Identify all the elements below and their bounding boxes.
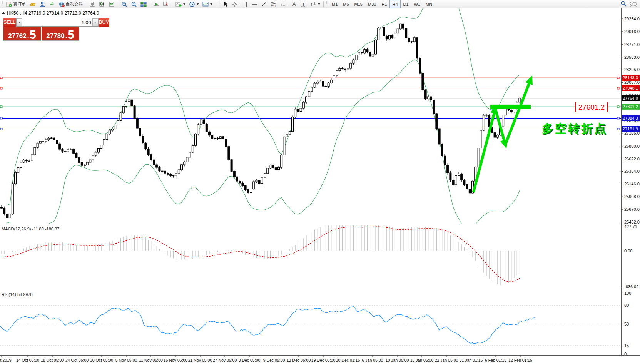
timeframe-H4[interactable]: H4 xyxy=(389,0,400,8)
template-button[interactable] xyxy=(201,0,214,8)
toolbar-separator xyxy=(172,1,172,7)
rsi-indicator-label: RSI(14) 58.9978 xyxy=(2,292,33,297)
volume-increase-button[interactable]: ▲ xyxy=(92,18,98,26)
dropdown-caret xyxy=(318,3,320,5)
svg-text:27948.1: 27948.1 xyxy=(623,86,638,90)
volume-decrease-button[interactable]: ▼ xyxy=(17,18,22,26)
trendline-tool-button[interactable] xyxy=(260,0,269,8)
search-icon[interactable] xyxy=(620,0,627,8)
svg-text:26622.0: 26622.0 xyxy=(624,157,640,161)
svg-text:26384.0: 26384.0 xyxy=(624,169,640,174)
horizontal-line-tool-button[interactable] xyxy=(250,0,259,8)
price-callout-label[interactable]: 27601.2 xyxy=(575,102,608,112)
sell-button[interactable]: SELL xyxy=(3,18,16,27)
chat-icon[interactable] xyxy=(629,1,637,8)
tile-windows-icon xyxy=(140,1,147,7)
timeframe-M15[interactable]: M15 xyxy=(352,0,365,8)
chart-canvas[interactable]: 29254.029016.028771.028533.028295.028057… xyxy=(0,8,640,364)
timeframe-M5[interactable]: M5 xyxy=(340,0,351,8)
timeframe-MN[interactable]: MN xyxy=(423,0,435,8)
text-tool-icon: A xyxy=(291,1,297,7)
community-icon xyxy=(39,1,45,7)
timeframe-D1[interactable]: D1 xyxy=(401,0,411,8)
candlestick-chart-type-button[interactable] xyxy=(97,0,107,8)
auto-trading-button[interactable]: 自动交易 xyxy=(57,0,84,8)
collapse-triangle-icon[interactable] xyxy=(2,12,5,14)
macd-indicator-label: MACD(12,26,9) -11.89 -180.37 xyxy=(2,227,59,231)
trendline-icon xyxy=(261,1,267,7)
candles-layer xyxy=(1,24,521,219)
sell-price[interactable]: 27762.5 xyxy=(3,27,41,41)
bar-chart-type-button[interactable] xyxy=(88,0,97,8)
toolbar-separator xyxy=(118,1,118,7)
vertical-line-tool-button[interactable] xyxy=(243,0,250,8)
svg-text:80: 80 xyxy=(624,303,629,307)
symbol-ohlc-line: HK50-,H4 27719.0 27814.0 27713.0 27764.0 xyxy=(7,10,99,16)
svg-text:12 Feb 01:15: 12 Feb 01:15 xyxy=(508,358,532,362)
cursor-icon xyxy=(223,1,228,7)
svg-text:A: A xyxy=(292,1,296,7)
volume-input[interactable] xyxy=(22,18,92,26)
buy-button[interactable]: BUY xyxy=(99,18,109,27)
auto-trading-label: 自动交易 xyxy=(66,1,83,7)
toolbar-right-group xyxy=(620,0,639,8)
svg-text:30 Dec 01:15: 30 Dec 01:15 xyxy=(336,358,360,362)
toolbar-grip[interactable] xyxy=(218,1,220,7)
line-chart-type-button[interactable] xyxy=(107,0,116,8)
add-indicator-button[interactable] xyxy=(174,0,187,8)
buy-price-big-digit: 5 xyxy=(67,30,74,40)
toolbar-grip[interactable] xyxy=(2,1,3,7)
new-order-button[interactable]: 新订单 xyxy=(5,0,27,8)
period-button[interactable] xyxy=(187,0,201,8)
timeframe-W1[interactable]: W1 xyxy=(411,0,423,8)
arrow-shapes-button[interactable] xyxy=(309,0,322,8)
signal-button[interactable] xyxy=(47,0,57,8)
svg-text:26860.0: 26860.0 xyxy=(624,144,640,149)
text-tool-button[interactable]: A xyxy=(290,0,298,8)
toolbar-separator xyxy=(323,1,324,7)
toolbar-separator xyxy=(216,1,216,7)
turning-point-annotation-text[interactable]: 多空转折点 多空转折点 xyxy=(542,122,608,135)
svg-text:27384.3: 27384.3 xyxy=(623,116,638,120)
label-tool-button[interactable]: T xyxy=(299,0,308,8)
svg-text:21 Nov 05:00: 21 Nov 05:00 xyxy=(188,358,212,362)
svg-text:28771.0: 28771.0 xyxy=(624,42,640,47)
timeframe-M30[interactable]: M30 xyxy=(365,0,379,8)
svg-text:100: 100 xyxy=(624,291,631,296)
svg-text:28143.3: 28143.3 xyxy=(623,75,638,80)
svg-text:T: T xyxy=(302,2,305,7)
channel-tool-button[interactable]: F xyxy=(279,0,289,8)
svg-text:5 Nov 05:00: 5 Nov 05:00 xyxy=(115,358,137,362)
buy-price[interactable]: 27780.5 xyxy=(42,27,79,41)
gold-button[interactable] xyxy=(28,0,37,8)
svg-text:9 Dec 05:00: 9 Dec 05:00 xyxy=(263,358,285,362)
one-click-trading-panel: SELL ▼ ▲ BUY 27762.5 27780.5 xyxy=(3,18,79,41)
signal-icon xyxy=(49,1,55,7)
autotrade-globe-icon xyxy=(58,1,65,7)
price-axis[interactable]: 29254.029016.028771.028533.028295.028057… xyxy=(622,17,640,356)
sell-price-big-digit: 5 xyxy=(29,30,36,40)
svg-text:15: 15 xyxy=(624,343,629,348)
community-button[interactable] xyxy=(38,0,47,8)
timeframe-H1[interactable]: H1 xyxy=(379,0,389,8)
svg-text:多空转折点: 多空转折点 xyxy=(542,122,607,135)
svg-text:E: E xyxy=(275,4,277,7)
zoom-in-button[interactable] xyxy=(120,0,129,8)
channel-icon: F xyxy=(281,1,288,7)
chart-shift-button[interactable] xyxy=(161,0,170,8)
svg-text:25908.0: 25908.0 xyxy=(624,194,640,199)
chart-window[interactable]: 29254.029016.028771.028533.028295.028057… xyxy=(0,8,640,364)
new-order-label: 新订单 xyxy=(13,1,26,7)
tile-windows-button[interactable] xyxy=(139,0,148,8)
main-toolbar: 新订单 自动交易 xyxy=(0,0,640,8)
cursor-tool-button[interactable] xyxy=(221,0,230,8)
toolbar-separator xyxy=(150,1,150,7)
toolbar-grip[interactable] xyxy=(326,1,328,7)
rsi-panel xyxy=(0,306,621,346)
crosshair-tool-button[interactable] xyxy=(230,0,239,8)
fibonacci-tool-button[interactable]: E xyxy=(269,0,279,8)
auto-scroll-button[interactable] xyxy=(152,0,161,8)
timeframe-M1[interactable]: M1 xyxy=(329,0,340,8)
time-axis[interactable]: 8 Oct 201914 Oct 05:0018 Oct 05:0024 Oct… xyxy=(0,356,532,362)
zoom-out-button[interactable] xyxy=(129,0,139,8)
